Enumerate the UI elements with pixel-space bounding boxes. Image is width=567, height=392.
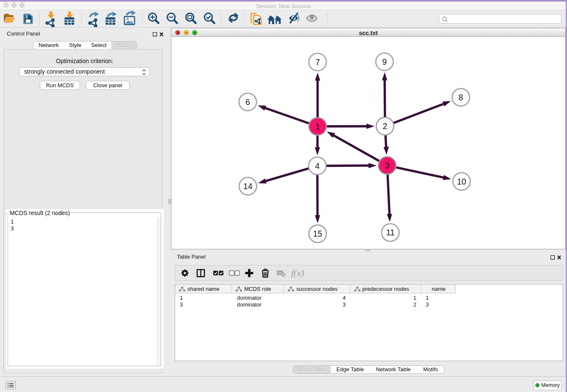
svg-text:15: 15: [313, 229, 322, 238]
svg-text:2: 2: [383, 121, 387, 131]
svg-text:6: 6: [245, 97, 250, 107]
svg-text:f(x): f(x): [291, 268, 304, 278]
svg-text:10: 10: [457, 177, 466, 186]
svg-text:11: 11: [386, 228, 394, 237]
svg-text:7: 7: [315, 58, 320, 67]
svg-text:4: 4: [315, 161, 319, 171]
svg-text:3: 3: [385, 161, 390, 170]
svg-text:14: 14: [243, 182, 253, 191]
svg-text:1: 1: [315, 122, 320, 131]
svg-text:9: 9: [382, 57, 387, 66]
svg-text:8: 8: [459, 93, 463, 102]
